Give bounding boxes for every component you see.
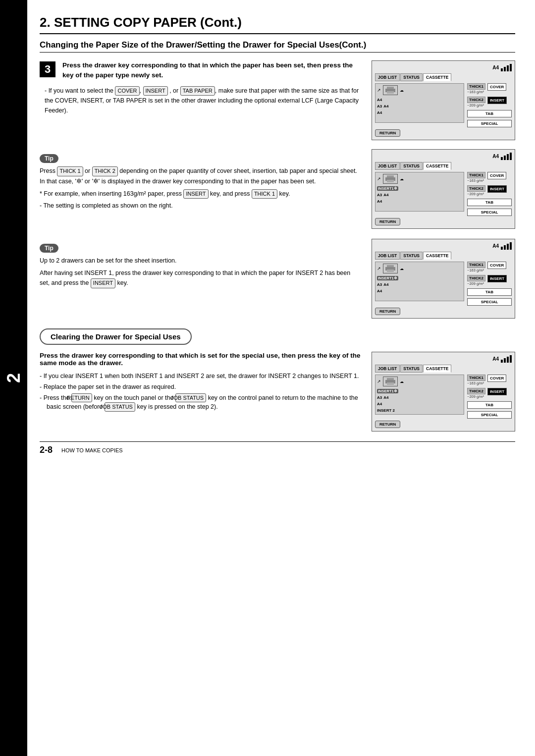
tab-joblist-4[interactable]: JOB LIST: [375, 365, 400, 373]
tip2-content: Up to 2 drawers can be set for the sheet…: [40, 256, 362, 288]
thick1-density-3: ~163 g/m²: [467, 268, 485, 272]
tab-cassette-1[interactable]: CASSETTE: [423, 73, 451, 81]
step3-section: 3 Press the drawer key corresponding to …: [40, 60, 515, 140]
ui-panel-3: A4 JOB LIST STATUS CASSETTE: [372, 239, 515, 319]
signal-bars-2: [501, 153, 512, 160]
signal-bars-4: [501, 355, 512, 363]
tab-row-3: JOB LIST STATUS CASSETTE: [375, 252, 512, 260]
footer-page: 2-8: [40, 445, 53, 455]
return-btn-2[interactable]: RETURN: [375, 218, 400, 225]
bullet-1: If you clear INSERT 1 when both INSERT 1…: [40, 372, 362, 381]
svg-rect-2: [387, 91, 394, 94]
page-subtitle: Changing the Paper Size of the Drawer/Se…: [40, 40, 515, 53]
tab-btn-2[interactable]: TAB: [467, 199, 512, 206]
thick2-density-1: ~209 g/m²: [467, 103, 485, 108]
thick1-label-4[interactable]: THICK1: [467, 375, 485, 381]
tab-cassette-2[interactable]: CASSETTE: [423, 162, 451, 170]
svg-rect-8: [387, 270, 394, 272]
panel-buttons-1: THICK1 ~163 g/m² COVER THICK2 ~209 g/m²: [467, 83, 512, 127]
bullet-3: Press the RETURN key on the touch panel …: [40, 393, 362, 412]
panel-body-1: ↗ ☁ A4 A3: [375, 83, 512, 127]
cover-btn-1[interactable]: COVER: [487, 83, 506, 91]
tab-joblist-3[interactable]: JOB LIST: [375, 252, 400, 260]
tip1-label: Tip: [40, 154, 58, 163]
return-btn-1[interactable]: RETURN: [375, 129, 400, 137]
tab-status-2[interactable]: STATUS: [400, 162, 423, 170]
ui-panel-2: A4 JOB LIST STATUS CASSETTE: [372, 149, 515, 229]
ui-panel-4: A4 JOB LIST STATUS CASSETTE: [372, 352, 515, 432]
panel-body-4: ↗ ☁ INSERT1✲: [375, 375, 512, 419]
tab-joblist-1[interactable]: JOB LIST: [375, 73, 400, 81]
tab-joblist-2[interactable]: JOB LIST: [375, 162, 400, 170]
job-status-key: JOB STATUS: [175, 393, 206, 403]
thick2-label-3[interactable]: THICK2: [467, 275, 485, 281]
drawer-diagram-4: ↗ ☁ INSERT1✲: [375, 375, 464, 419]
tab-status-4[interactable]: STATUS: [400, 365, 423, 373]
tab-btn-1[interactable]: TAB: [467, 110, 512, 117]
thick2-label-2[interactable]: THICK2: [467, 185, 485, 192]
tab-cassette-3[interactable]: CASSETTE: [423, 252, 451, 260]
insert-key: INSERT: [143, 86, 168, 96]
return-key: RETURN: [71, 393, 92, 403]
thick1-density-2: ~163 g/m²: [467, 178, 485, 183]
page-title: 2. SETTING COPY PAPER (Cont.): [40, 15, 515, 34]
step3-note: - If you want to select the COVER, INSER…: [45, 86, 362, 116]
page: 2 2. SETTING COPY PAPER (Cont.) Changing…: [0, 0, 535, 756]
svg-rect-7: [387, 265, 394, 267]
thick1-label-1[interactable]: THICK1: [467, 83, 485, 90]
panel-body-2: ↗ ☁ INSERT1✲: [375, 172, 512, 216]
return-btn-3[interactable]: RETURN: [375, 308, 400, 315]
thick1-density-1: ~163 g/m²: [467, 90, 485, 94]
special-btn-1[interactable]: SPECIAL: [467, 120, 512, 127]
insert-btn-4[interactable]: INSERT: [487, 388, 507, 395]
tab-paper-key: TAB PAPER: [180, 86, 215, 96]
insert-btn-3[interactable]: INSERT: [487, 275, 507, 282]
thick1-density-4: ~163 g/m²: [467, 381, 485, 385]
insert-btn-2[interactable]: INSERT: [487, 185, 507, 193]
cover-key: COVER: [115, 86, 139, 96]
cover-btn-3[interactable]: COVER: [487, 262, 506, 269]
tab-status-1[interactable]: STATUS: [400, 73, 423, 81]
insert-btn-1[interactable]: INSERT: [487, 97, 507, 104]
bullet-2: Replace the paper set in the drawer as r…: [40, 382, 362, 392]
clearing-step-heading: Press the drawer key corresponding to th…: [40, 352, 362, 367]
svg-rect-10: [387, 378, 394, 380]
thick1-label-3[interactable]: THICK1: [467, 262, 485, 268]
cover-btn-4[interactable]: COVER: [487, 375, 506, 382]
a4-label-3: A4: [492, 243, 499, 249]
thick2-label-1[interactable]: THICK2: [467, 97, 485, 103]
signal-bars-3: [501, 242, 512, 250]
tab-btn-3[interactable]: TAB: [467, 288, 512, 296]
svg-rect-11: [387, 382, 394, 385]
insert-key-tip2: INSERT: [91, 278, 115, 288]
cover-btn-2[interactable]: COVER: [487, 172, 506, 179]
step-number-3: 3: [40, 61, 55, 77]
side-number: 2: [0, 0, 27, 756]
return-btn-4[interactable]: RETURN: [375, 421, 400, 428]
tab-btn-4[interactable]: TAB: [467, 401, 512, 409]
tip1-section: Tip Press THICK 1 or THICK 2 depending o…: [40, 149, 515, 229]
special-btn-3[interactable]: SPECIAL: [467, 298, 512, 306]
job-status-key2: JOB STATUS: [105, 402, 135, 412]
insert-key-tip: INSERT: [183, 189, 208, 199]
panel-buttons-2: THICK1 ~163 g/m² COVER THICK2 ~209 g/m²: [467, 172, 512, 216]
thick1-label-2[interactable]: THICK1: [467, 172, 485, 178]
panel-buttons-4: THICK1 ~163 g/m² COVER THICK2 ~209 g/m²: [467, 375, 512, 419]
drawer-diagram-1: ↗ ☁ A4 A3: [375, 83, 464, 127]
thick2-label-4[interactable]: THICK2: [467, 388, 485, 394]
drawer-diagram-2: ↗ ☁ INSERT1✲: [375, 172, 464, 216]
thick2-density-3: ~209 g/m²: [467, 281, 485, 286]
signal-bars-1: [501, 64, 512, 71]
special-btn-4[interactable]: SPECIAL: [467, 411, 512, 419]
tab-status-3[interactable]: STATUS: [400, 252, 423, 260]
thick2-key: THICK 2: [92, 166, 118, 176]
tab-row-4: JOB LIST STATUS CASSETTE: [375, 365, 512, 373]
svg-rect-4: [387, 175, 394, 177]
tip2-section: Tip Up to 2 drawers can be set for the s…: [40, 239, 515, 319]
svg-rect-5: [387, 180, 394, 182]
tab-cassette-4[interactable]: CASSETTE: [423, 365, 451, 373]
a4-label-1: A4: [492, 65, 499, 70]
ui-panel-1: A4 JOB LIST STATUS CASSETTE: [372, 60, 515, 140]
special-btn-2[interactable]: SPECIAL: [467, 209, 512, 216]
panel-body-3: ↗ ☁ INSERT1✲: [375, 262, 512, 306]
